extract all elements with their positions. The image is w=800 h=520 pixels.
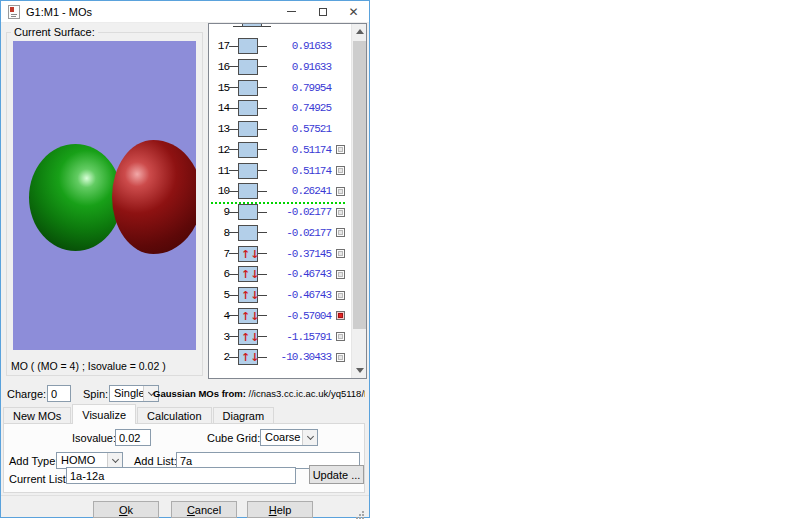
- tab-calculation[interactable]: Calculation: [137, 407, 211, 424]
- mo-row-8[interactable]: 8-0.02177: [209, 222, 352, 243]
- mo-select-checkbox[interactable]: [336, 166, 345, 175]
- level-line-left: [229, 232, 238, 233]
- cube-grid-dropdown-button[interactable]: [302, 430, 317, 445]
- minimize-button[interactable]: [276, 1, 307, 22]
- mo-select-checkbox[interactable]: [336, 228, 345, 237]
- virtual-orbital-box[interactable]: [238, 183, 258, 199]
- mo-number: 17: [213, 40, 229, 52]
- mo-row-9[interactable]: 9-0.02177: [209, 202, 352, 223]
- mo-row-4[interactable]: 4↑↓-0.57004: [209, 305, 352, 326]
- mo-row-3[interactable]: 3↑↓-1.15791: [209, 326, 352, 347]
- charge-label: Charge:: [7, 388, 46, 400]
- mo-row-12[interactable]: 120.51174: [209, 139, 352, 160]
- mo-row-6[interactable]: 6↑↓-0.46743: [209, 264, 352, 285]
- mo-select-checkbox[interactable]: [336, 145, 345, 154]
- mo-row-11[interactable]: 110.51174: [209, 160, 352, 181]
- level-line-left: [229, 336, 238, 337]
- mo-row-5[interactable]: 5↑↓-0.46743: [209, 285, 352, 306]
- maximize-button[interactable]: [307, 1, 338, 22]
- chevron-down-icon: [111, 455, 118, 462]
- virtual-orbital-box[interactable]: [238, 204, 258, 220]
- level-line-right: [262, 26, 271, 27]
- update-button[interactable]: Update ...: [309, 465, 364, 484]
- resize-grip[interactable]: [362, 511, 364, 513]
- cube-grid-select[interactable]: Coarse: [260, 429, 318, 446]
- level-line-left: [229, 357, 238, 358]
- spin-up-arrow-icon: ↑: [241, 288, 250, 302]
- occupied-orbital-box[interactable]: ↑↓: [238, 308, 258, 324]
- add-type-selected-value: HOMO: [57, 453, 107, 468]
- mo-select-checkbox[interactable]: [336, 249, 345, 258]
- level-line-right: [258, 170, 267, 171]
- add-type-dropdown-button[interactable]: [107, 453, 122, 468]
- mo-select-checkbox[interactable]: [336, 311, 345, 320]
- maximize-icon: [319, 8, 327, 16]
- level-line-right: [258, 191, 267, 192]
- mo-rows: 170.91633160.91633150.79954140.74925130.…: [209, 24, 352, 378]
- mo-number: 6: [213, 268, 229, 280]
- mo-number: 13: [213, 123, 229, 135]
- virtual-orbital-box[interactable]: [238, 163, 258, 179]
- spin-select[interactable]: Singlet: [109, 385, 159, 402]
- level-line-left: [229, 129, 238, 130]
- tab-visualize[interactable]: Visualize: [72, 404, 136, 424]
- mo-row-17[interactable]: 170.91633: [209, 36, 352, 57]
- level-line-left: [229, 191, 238, 192]
- level-line-right: [258, 108, 267, 109]
- mo-list-scrollbar[interactable]: [351, 24, 366, 378]
- mo-select-checkbox[interactable]: [336, 353, 345, 362]
- cancel-button[interactable]: Cancel: [171, 501, 237, 518]
- mo-row-13[interactable]: 130.57521: [209, 119, 352, 140]
- charge-spin-row: Charge: Spin: Singlet Gaussian MOs from:…: [1, 383, 369, 403]
- occupied-orbital-box[interactable]: ↑↓: [238, 246, 258, 262]
- ok-button[interactable]: Ok: [93, 501, 159, 518]
- mo-select-checkbox[interactable]: [336, 332, 345, 341]
- app-icon: [8, 5, 20, 19]
- mo-row-14[interactable]: 140.74925: [209, 98, 352, 119]
- virtual-orbital-box[interactable]: [238, 80, 258, 96]
- mo-row-15[interactable]: 150.79954: [209, 77, 352, 98]
- virtual-orbital-box[interactable]: [238, 225, 258, 241]
- isovalue-input[interactable]: [115, 429, 151, 446]
- occupied-orbital-box[interactable]: ↑↓: [238, 287, 258, 303]
- virtual-orbital-box[interactable]: [238, 121, 258, 137]
- scroll-up-button[interactable]: [352, 24, 367, 39]
- current-surface-label: Current Surface:: [11, 26, 98, 38]
- mo-row-10[interactable]: 100.26241: [209, 181, 352, 202]
- tab-new-mos[interactable]: New MOs: [3, 407, 71, 424]
- mo-energy-list[interactable]: 170.91633160.91633150.79954140.74925130.…: [208, 23, 367, 379]
- virtual-orbital-box[interactable]: [238, 59, 258, 75]
- help-button[interactable]: Help: [247, 501, 313, 518]
- occupied-orbital-box[interactable]: ↑↓: [238, 329, 258, 345]
- scrollbar-thumb[interactable]: [353, 41, 366, 329]
- mo-energy-value: -0.46743: [267, 268, 331, 280]
- mo-select-checkbox[interactable]: [336, 270, 345, 279]
- scroll-down-button[interactable]: [352, 363, 367, 378]
- mo-select-checkbox[interactable]: [336, 208, 345, 217]
- occupied-orbital-box[interactable]: ↑↓: [238, 349, 258, 365]
- mo-row-16[interactable]: 160.91633: [209, 56, 352, 77]
- mo-row-7[interactable]: 7↑↓-0.37145: [209, 243, 352, 264]
- cube-grid-label: Cube Grid:: [207, 432, 260, 444]
- mo-number: 9: [213, 206, 229, 218]
- occupied-orbital-box[interactable]: ↑↓: [238, 266, 258, 282]
- mo-energy-value: -1.15791: [267, 331, 331, 343]
- level-line-right: [258, 274, 267, 275]
- mo-number: 5: [213, 289, 229, 301]
- virtual-orbital-box[interactable]: [238, 38, 258, 54]
- current-list-input[interactable]: [66, 467, 296, 484]
- mo-surface-viewport[interactable]: [13, 41, 196, 350]
- virtual-orbital-box[interactable]: [238, 100, 258, 116]
- mo-select-checkbox[interactable]: [336, 187, 345, 196]
- negative-lobe: [112, 140, 196, 254]
- mo-row-2[interactable]: 2↑↓-10.30433: [209, 347, 352, 368]
- mo-energy-value: -0.02177: [267, 227, 331, 239]
- charge-input[interactable]: [47, 385, 71, 402]
- mos-from-path: //icnas3.cc.ic.ac.uk/yq5118/Deskto: [249, 388, 365, 399]
- virtual-orbital-box[interactable]: [238, 142, 258, 158]
- level-line-right: [258, 149, 267, 150]
- tab-diagram[interactable]: Diagram: [213, 407, 275, 424]
- isovalue-label: Isovalue:: [72, 432, 116, 444]
- mo-select-checkbox[interactable]: [336, 291, 345, 300]
- close-button[interactable]: ✕: [338, 1, 369, 22]
